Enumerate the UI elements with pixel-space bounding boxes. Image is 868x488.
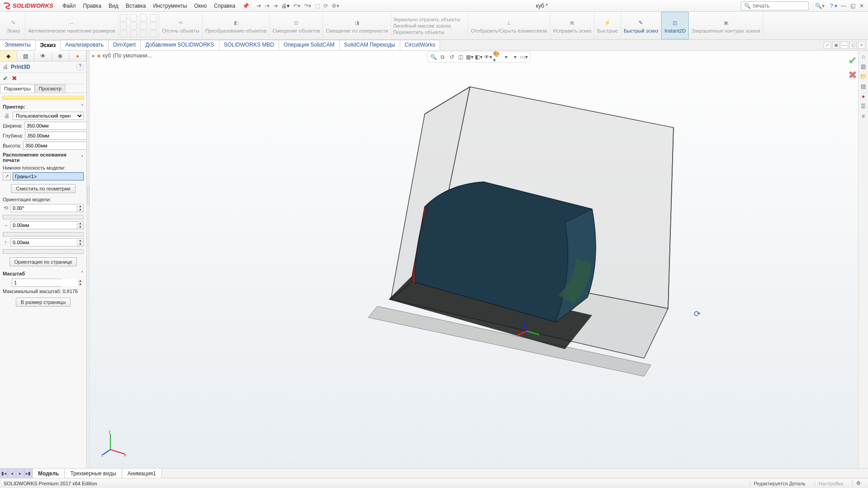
dx-up-icon[interactable]: ▲ <box>77 222 83 225</box>
taskpane-library-icon[interactable]: 📁 <box>859 72 868 81</box>
hide-show-icon[interactable]: 👁▾ <box>484 53 492 61</box>
depth-input[interactable] <box>25 132 86 139</box>
scene-icon[interactable]: ▾ <box>502 53 510 61</box>
ribbon-smart-dimension[interactable]: ↔Автоматическое нанесение размеров <box>25 12 118 39</box>
confirm-cancel-icon[interactable]: ✖ <box>848 69 857 81</box>
taskpane-forum-icon[interactable]: ≡ <box>859 112 868 120</box>
angle-input[interactable] <box>11 204 77 212</box>
dy-input[interactable] <box>11 239 77 246</box>
dx-slider[interactable] <box>3 232 84 237</box>
ribbon-move[interactable]: Переместить объекты <box>393 29 466 35</box>
ribbon-relations[interactable]: ⊥Отобразить/Скрыть взаимосвязи <box>468 12 550 39</box>
prev-view-icon[interactable]: ↺ <box>448 53 456 61</box>
tab-analyze[interactable]: Анализировать <box>61 40 109 50</box>
doc-expand-icon[interactable]: ⤢ <box>824 42 831 49</box>
graphics-viewport[interactable]: ▸ ◈ куб (По умолчани... 🔍 ⧉ ↺ ◫ ▦▾ ◧▾ 👁▾… <box>90 51 868 468</box>
tab-dimxpert[interactable]: DimXpert <box>109 40 141 50</box>
pm-ok-icon[interactable]: ✔ <box>3 75 8 82</box>
ribbon-rapid-sketch[interactable]: ✎Быстрый эскиз <box>621 12 661 39</box>
tab-elements[interactable]: Элементы <box>0 40 36 50</box>
offset-geometry-button[interactable]: Сместить по геометрии <box>11 184 75 193</box>
search-input[interactable] <box>753 3 802 9</box>
pm-tab-feature-icon[interactable]: ◆ <box>0 51 17 61</box>
page-orientation-button[interactable]: Ориентация по странице <box>9 257 77 266</box>
view-orient-icon[interactable]: ▦▾ <box>466 53 474 61</box>
bottom-tab-animation[interactable]: Анимация1 <box>122 469 162 478</box>
breadcrumb-config[interactable]: (По умолчани... <box>113 52 152 59</box>
taskpane-resources-icon[interactable]: ▥ <box>859 62 868 71</box>
section-location[interactable]: Расположение основания печати˄ <box>0 151 86 164</box>
taskpane-explorer-icon[interactable]: ▤ <box>859 82 868 90</box>
menu-edit[interactable]: Правка <box>80 3 105 9</box>
ribbon-linear-pattern[interactable]: Линейный массив эскиза <box>393 23 466 28</box>
scale-down-icon[interactable]: ▼ <box>79 283 82 286</box>
ribbon-repair[interactable]: 🛠Исправить эскиз <box>550 12 595 39</box>
menu-view[interactable]: Вид <box>105 3 122 9</box>
tab-circuitworks[interactable]: CircuitWorks <box>400 40 441 50</box>
tab-nav-next-icon[interactable]: ▸ <box>16 469 24 478</box>
menu-help[interactable]: Справка <box>210 3 239 9</box>
zoom-fit-icon[interactable]: 🔍 <box>430 53 438 61</box>
ribbon-offset[interactable]: ⊡Смещение объектов <box>270 12 323 39</box>
menu-insert[interactable]: Вставка <box>122 3 150 9</box>
doc-tile-icon[interactable]: ▣ <box>832 42 840 49</box>
close-icon[interactable]: ✕ <box>858 3 865 9</box>
ribbon-convert[interactable]: ◧Преобразование объектов <box>203 12 270 39</box>
menu-tools[interactable]: Инструменты <box>149 3 190 9</box>
dy-down-icon[interactable]: ▼ <box>77 242 83 246</box>
tab-solidcam-tr[interactable]: SolidCAM Переходы <box>340 40 400 50</box>
zoom-area-icon[interactable]: ⧉ <box>439 53 447 61</box>
qa-select-icon[interactable]: ⬚ <box>314 3 321 9</box>
section-view-icon[interactable]: ◫ <box>457 53 465 61</box>
ribbon-trim[interactable]: ✂Отсечь объекты <box>159 12 202 39</box>
tab-nav-last-icon[interactable]: ▸▮ <box>24 469 33 478</box>
appearance-icon[interactable]: 🎨▾ <box>493 53 501 61</box>
qa-print-icon[interactable]: 🖨▾ <box>280 3 290 9</box>
pm-tab-display-icon[interactable]: 👁 <box>34 51 52 61</box>
pm-cancel-icon[interactable]: ✖ <box>12 75 17 82</box>
ribbon-sketch-entities[interactable] <box>118 12 159 39</box>
pm-tab-render-icon[interactable]: ● <box>69 51 86 61</box>
ribbon-instant2d[interactable]: ◫Instant2D <box>661 12 689 39</box>
pm-subtab-preview[interactable]: Просмотр <box>35 84 66 93</box>
tab-nav-prev-icon[interactable]: ◂ <box>8 469 16 478</box>
tab-nav-first-icon[interactable]: ▮◂ <box>0 469 8 478</box>
view-settings-icon[interactable]: ▭▾ <box>520 53 528 61</box>
search-box[interactable]: 🔍 <box>741 1 809 10</box>
tab-mbd[interactable]: SOLIDWORKS MBD <box>219 40 279 50</box>
qa-new-icon[interactable]: ▫▾ <box>256 3 262 9</box>
face-selection[interactable]: Грань<1> <box>13 172 84 180</box>
doc-max-icon[interactable]: ◱ <box>849 42 857 49</box>
taskpane-appearance-icon[interactable]: ● <box>859 92 868 100</box>
bottom-tab-3dviews[interactable]: Трехмерные виды <box>65 469 122 478</box>
dx-down-icon[interactable]: ▼ <box>77 225 83 229</box>
scale-up-icon[interactable]: ▲ <box>79 279 82 283</box>
dx-input[interactable] <box>11 222 77 229</box>
help-dropdown-icon[interactable]: ? ▾ <box>827 3 840 9</box>
ribbon-sketch[interactable]: ✎Эскиз <box>2 12 25 39</box>
restore-icon[interactable]: ◱ <box>849 3 856 9</box>
taskpane-properties-icon[interactable]: ☰ <box>859 102 868 110</box>
scale-input[interactable] <box>12 279 78 286</box>
pm-tab-config-icon[interactable]: ▤ <box>17 51 34 61</box>
search-dropdown-icon[interactable]: 🔍▾ <box>812 3 827 9</box>
ribbon-quick[interactable]: ⚡Быстрые <box>594 12 621 39</box>
breadcrumb[interactable]: ▸ ◈ куб (По умолчани... <box>92 52 152 59</box>
doc-close-icon[interactable]: ✕ <box>858 42 865 49</box>
pm-help-icon[interactable]: ? <box>76 63 84 71</box>
printer-select[interactable]: Пользовательский прин <box>13 112 83 119</box>
status-customize[interactable]: Настройка <box>815 481 847 486</box>
dy-slider[interactable] <box>3 249 84 254</box>
minimize-icon[interactable]: — <box>840 3 847 9</box>
dy-up-icon[interactable]: ▲ <box>77 239 83 242</box>
pm-subtab-params[interactable]: Параметры <box>0 84 35 93</box>
confirm-ok-icon[interactable]: ✔ <box>848 54 857 67</box>
ribbon-shaded[interactable]: ▣Закрашенные контуры эскиза <box>689 12 764 39</box>
qa-rebuild-icon[interactable]: ⟳ <box>323 3 329 9</box>
tab-addins[interactable]: Добавления SOLIDWORKS <box>141 40 219 50</box>
view-triad[interactable]: y x z <box>101 429 128 456</box>
select-face-icon[interactable]: ↗ <box>3 172 11 180</box>
width-input[interactable] <box>25 122 86 129</box>
doc-min-icon[interactable]: — <box>841 42 848 49</box>
display-style-icon[interactable]: ◧▾ <box>475 53 483 61</box>
